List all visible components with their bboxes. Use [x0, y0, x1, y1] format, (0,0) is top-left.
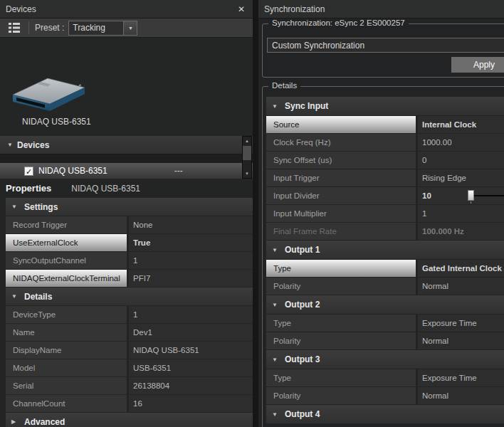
property-value-cell[interactable]: Internal Clock [418, 116, 504, 133]
property-label: Input Divider [273, 191, 320, 200]
property-row[interactable]: PolarityNormal [266, 387, 504, 404]
triangle-down-icon: ▼ [11, 293, 21, 300]
device-enabled-checkbox[interactable]: ✓ [24, 167, 33, 176]
property-row[interactable]: Input TriggerRising Edge [266, 169, 504, 186]
section-header-output-1[interactable]: ▼Output 1 [266, 241, 504, 259]
section-header-advanced[interactable]: ▶Advanced [6, 413, 253, 427]
property-value-cell[interactable]: Normal [418, 332, 504, 349]
property-row[interactable]: Input Divider10 [266, 187, 504, 204]
property-row[interactable]: DisplayNameNIDAQ USB-6351 [6, 342, 253, 359]
property-label-cell[interactable]: Sync Offset (us) [266, 152, 416, 169]
property-row[interactable]: Clock Freq (Hz)1000.00 [266, 134, 504, 151]
device-row[interactable]: ✓ NIDAQ USB-6351 --- [0, 163, 253, 179]
property-value-cell[interactable]: 1 [129, 306, 253, 323]
close-icon[interactable]: ✕ [236, 4, 247, 15]
property-row[interactable]: Input Multiplier1 [266, 205, 504, 222]
property-label-cell[interactable]: Record Trigger [6, 216, 127, 233]
property-value-cell[interactable]: Rising Edge [418, 169, 504, 186]
property-row[interactable]: PolarityNormal [266, 332, 504, 349]
section-header-sync-input[interactable]: ▼Sync Input [266, 97, 504, 115]
section-header-output-4[interactable]: ▼Output 4 [266, 405, 504, 423]
property-value-cell[interactable]: 26138804 [129, 377, 253, 394]
property-value-cell[interactable]: 1 [129, 252, 253, 269]
property-value: Normal [422, 282, 448, 290]
property-row[interactable]: ModelUSB-6351 [6, 359, 253, 376]
property-row[interactable]: SyncOutputChannel1 [6, 252, 253, 269]
property-value-cell[interactable]: 0 [418, 152, 504, 169]
property-label-cell[interactable]: Model [6, 359, 127, 376]
property-label-cell[interactable]: UseExternalClock [6, 234, 127, 251]
property-label-cell[interactable]: Final Frame Rate [266, 223, 416, 240]
property-label-cell[interactable]: Polarity [266, 278, 416, 295]
property-value-cell[interactable]: None [129, 216, 253, 233]
property-row[interactable]: PolarityNormal [266, 278, 504, 295]
property-row[interactable]: NameDev1 [6, 324, 253, 341]
chevron-down-icon[interactable]: ▼ [123, 21, 137, 35]
property-value: Normal [422, 391, 448, 400]
property-label-cell[interactable]: Name [6, 324, 127, 341]
property-value-cell[interactable]: 16 [129, 395, 253, 412]
section-header-output-3[interactable]: ▼Output 3 [266, 350, 504, 369]
section-header-settings[interactable]: ▼Settings [6, 198, 253, 216]
property-value-cell[interactable]: 1 [418, 205, 504, 222]
scroll-down-icon[interactable]: ▼ [243, 169, 251, 178]
property-label-cell[interactable]: Clock Freq (Hz) [266, 134, 416, 151]
property-label-cell[interactable]: Input Divider [266, 187, 416, 204]
property-label-cell[interactable]: NIDAQExternalClockTerminal [6, 270, 127, 287]
slider-handle[interactable] [468, 190, 474, 201]
property-label-cell[interactable]: Source [266, 116, 416, 133]
property-value-cell[interactable]: Gated Internal Clock [418, 260, 504, 277]
apply-button[interactable]: Apply [451, 57, 504, 73]
property-label-cell[interactable]: Polarity [266, 387, 416, 404]
property-row[interactable]: SourceInternal Clock [266, 116, 504, 133]
preset-dropdown[interactable]: Tracking ▼ [68, 21, 137, 36]
property-value-cell[interactable]: PFI7 [129, 270, 253, 287]
property-value: Normal [422, 337, 448, 345]
sync-preset-dropdown[interactable]: Custom Synchronization [267, 38, 504, 53]
property-label-cell[interactable]: DisplayName [6, 342, 127, 359]
property-value-cell[interactable]: Exposure Time [418, 315, 504, 332]
property-label-cell[interactable]: Type [266, 369, 416, 386]
property-value-cell[interactable]: 10 [418, 187, 504, 204]
property-row[interactable]: ChannelCount16 [6, 395, 253, 412]
property-value-cell[interactable]: Exposure Time [418, 369, 504, 386]
property-value-cell[interactable]: USB-6351 [129, 359, 253, 376]
property-label-cell[interactable]: Input Multiplier [266, 205, 416, 222]
property-row[interactable]: UseExternalClockTrue [6, 234, 253, 251]
section-header-output-2[interactable]: ▼Output 2 [266, 295, 504, 314]
scroll-up-icon[interactable]: ▲ [243, 137, 251, 145]
scrollbar-thumb[interactable] [243, 146, 251, 160]
device-tree-group-header[interactable]: ▼ Devices [0, 136, 253, 154]
property-label-cell[interactable]: SyncOutputChannel [6, 252, 127, 269]
device-list-view-button[interactable] [6, 21, 23, 35]
property-row[interactable]: TypeGated Internal Clock [266, 260, 504, 277]
property-value-cell[interactable]: 1000.00 [418, 134, 504, 151]
property-row[interactable]: DeviceType1 [6, 306, 253, 323]
property-value-cell[interactable]: NIDAQ USB-6351 [129, 342, 253, 359]
property-value-cell[interactable]: 100.000 Hz [418, 223, 504, 240]
property-value-cell[interactable]: Dev1 [129, 324, 253, 341]
property-label-cell[interactable]: DeviceType [6, 306, 127, 323]
property-label: Name [13, 328, 35, 337]
property-row[interactable]: Serial26138804 [6, 377, 253, 394]
property-value-cell[interactable]: True [129, 234, 253, 251]
property-label-cell[interactable]: Input Trigger [266, 169, 416, 186]
property-label-cell[interactable]: Type [266, 260, 416, 277]
property-label-cell[interactable]: Type [266, 315, 416, 332]
property-row[interactable]: Record TriggerNone [6, 216, 253, 233]
property-label-cell[interactable]: ChannelCount [6, 395, 127, 412]
section-header-details[interactable]: ▼Details [6, 288, 253, 305]
property-row[interactable]: Sync Offset (us)0 [266, 152, 504, 169]
device-tree-scrollbar[interactable]: ▲ ▼ [242, 136, 252, 179]
property-value-cell[interactable]: Normal [418, 278, 504, 295]
property-value-cell[interactable]: Normal [418, 387, 504, 404]
property-row[interactable]: TypeExposure Time [266, 369, 504, 386]
property-label-cell[interactable]: Polarity [266, 332, 416, 349]
property-label-cell[interactable]: Serial [6, 377, 127, 394]
slider-track[interactable] [472, 195, 504, 196]
property-row[interactable]: Final Frame Rate100.000 Hz [266, 223, 504, 240]
property-row[interactable]: TypeExposure Time [266, 315, 504, 332]
value-slider[interactable] [446, 187, 504, 204]
toolbar-separator [28, 21, 29, 34]
property-row[interactable]: NIDAQExternalClockTerminalPFI7 [6, 270, 253, 287]
